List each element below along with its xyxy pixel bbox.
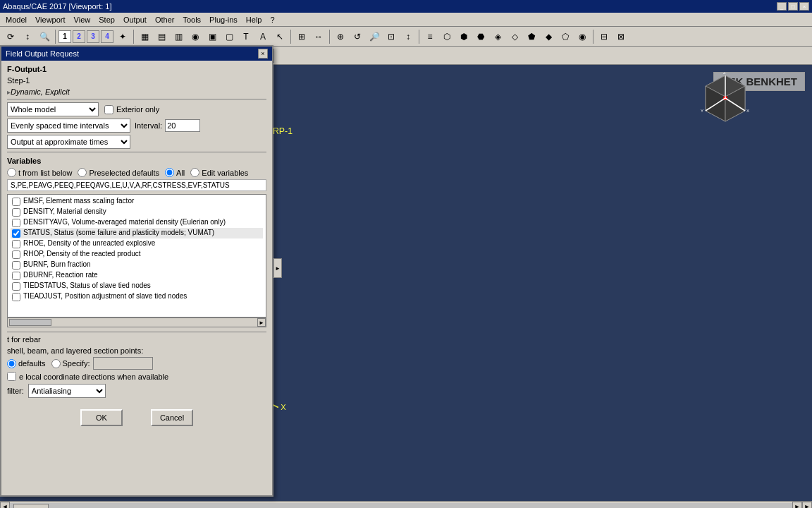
radio-defaults[interactable] [7, 359, 16, 368]
tool-b1[interactable]: ⊞ [294, 29, 309, 44]
maximize-button[interactable]: □ [788, 2, 798, 11]
tool-mesh3[interactable]: ▥ [171, 29, 186, 44]
section-points-row: shell, beam, and layered section points: [7, 346, 266, 355]
num-2[interactable]: 2 [73, 30, 85, 43]
var-item-status[interactable]: STATUS, Status (some failure and plastic… [11, 228, 263, 238]
list-scroll-thumb[interactable] [9, 319, 51, 326]
scrollbar-track[interactable] [10, 503, 792, 509]
menu-view[interactable]: View [70, 14, 95, 25]
menu-other[interactable]: Other [151, 14, 179, 25]
tool-c3[interactable]: ⬢ [456, 29, 472, 44]
tool-translate[interactable]: ↕ [20, 29, 35, 44]
tool-b7[interactable]: ↕ [400, 29, 416, 44]
check-tieadjust[interactable] [12, 293, 20, 301]
scroll-left-btn[interactable]: ◄ [0, 502, 10, 509]
tool-b6[interactable]: ⊡ [383, 29, 399, 44]
check-burnf[interactable] [12, 261, 20, 270]
check-dburnf[interactable] [12, 272, 20, 280]
timing-select[interactable]: Output at approximate times [7, 135, 130, 149]
tool-cursor[interactable]: ↖ [272, 29, 288, 44]
tool-extra[interactable]: ✦ [115, 29, 130, 44]
list-h-scroll[interactable]: ► [7, 318, 266, 327]
check-tiedstatus[interactable] [12, 282, 20, 291]
num-4[interactable]: 4 [101, 30, 113, 43]
var-item-rhop[interactable]: RHOP, Density of the reacted product [11, 249, 263, 260]
menu-help-icon[interactable]: ? [266, 14, 278, 25]
frequency-select[interactable]: Evenly spaced time intervals [7, 119, 130, 133]
tool-c10[interactable]: ◉ [574, 29, 590, 44]
check-emsf[interactable] [12, 198, 20, 206]
exterior-only-check[interactable] [104, 105, 113, 114]
nav-cube[interactable]: Z X Y [699, 72, 752, 125]
tool-c4[interactable]: ⬣ [473, 29, 488, 44]
close-button[interactable]: × [799, 2, 809, 11]
var-item-burnf[interactable]: BURNF, Burn fraction [11, 260, 263, 270]
var-item-densityavg[interactable]: DENSITYAVG, Volume-averaged material den… [11, 217, 263, 228]
radio-specify[interactable] [51, 359, 61, 368]
var-item-tiedstatus[interactable]: TIEDSTATUS, Status of slave tied nodes [11, 281, 263, 291]
tool-mesh5[interactable]: ▣ [204, 29, 220, 44]
sidebar-collapse-arrow[interactable]: ► [273, 258, 282, 278]
var-item-rhoe[interactable]: RHOE, Density of the unreacted explosive [11, 238, 263, 249]
tool-c1[interactable]: ≡ [422, 29, 438, 44]
scroll-arrow-special[interactable]: ► [802, 502, 812, 509]
filter-select[interactable]: Antialiasing [28, 384, 106, 398]
tool-mesh4[interactable]: ◉ [187, 29, 203, 44]
tool-rotate[interactable]: ⟳ [3, 29, 18, 44]
tool-b2[interactable]: ↔ [311, 29, 326, 44]
cancel-button[interactable]: Cancel [151, 409, 193, 426]
tool-c7[interactable]: ⬟ [524, 29, 539, 44]
tool-c6[interactable]: ◇ [507, 29, 522, 44]
tool-a1[interactable]: A [255, 29, 271, 44]
list-scroll-right[interactable]: ► [257, 318, 266, 327]
menu-step[interactable]: Step [94, 14, 119, 25]
tool-b5[interactable]: 🔎 [367, 29, 382, 44]
menu-plugins[interactable]: Plug-ins [205, 14, 242, 25]
menu-viewport[interactable]: Viewport [31, 14, 70, 25]
menu-tools[interactable]: Tools [178, 14, 205, 25]
tool-d2[interactable]: ⊠ [613, 29, 629, 44]
var-item-dburnf[interactable]: DBURNF, Reaction rate [11, 270, 263, 281]
tool-c8[interactable]: ◆ [541, 29, 556, 44]
minimize-button[interactable]: _ [777, 2, 787, 11]
local-coord-check[interactable] [7, 372, 16, 381]
check-status[interactable] [12, 229, 20, 238]
variable-list[interactable]: EMSF, Element mass scaling factor DENSIT… [8, 195, 266, 317]
tool-c2[interactable]: ⬡ [439, 29, 455, 44]
scroll-right-btn[interactable]: ► [792, 502, 802, 509]
menu-output[interactable]: Output [119, 14, 151, 25]
radio-preselected[interactable] [78, 168, 87, 177]
radio-list-below[interactable] [7, 168, 16, 177]
check-densityavg[interactable] [12, 219, 20, 227]
var-item-emsf[interactable]: EMSF, Element mass scaling factor [11, 196, 263, 207]
dialog-close-button[interactable]: × [258, 49, 268, 59]
tool-t1[interactable]: T [238, 29, 254, 44]
radio-all[interactable] [165, 168, 174, 177]
tool-b3[interactable]: ⊕ [333, 29, 348, 44]
tool-b4[interactable]: ↺ [350, 29, 365, 44]
ok-button[interactable]: OK [80, 409, 123, 426]
tool-c5[interactable]: ◈ [490, 29, 505, 44]
scrollbar-thumb[interactable] [13, 504, 49, 509]
step-name: Step-1 [7, 76, 30, 85]
app-title: Abaqus/CAE 2017 [Viewport: 1] [3, 2, 777, 11]
radio-edit[interactable] [190, 168, 199, 177]
tool-zoom[interactable]: 🔍 [37, 29, 52, 44]
num-3[interactable]: 3 [87, 30, 99, 43]
tool-mesh2[interactable]: ▤ [154, 29, 169, 44]
interval-input[interactable] [165, 119, 200, 132]
domain-select[interactable]: Whole model [7, 102, 99, 116]
check-density[interactable] [12, 208, 20, 217]
check-rhoe[interactable] [12, 240, 20, 248]
tool-mesh6[interactable]: ▢ [221, 29, 237, 44]
tool-d1[interactable]: ⊟ [596, 29, 612, 44]
var-item-tieadjust[interactable]: TIEADJUST, Position adjustment of slave … [11, 291, 263, 302]
menu-help[interactable]: Help [242, 14, 266, 25]
menu-model[interactable]: Model [1, 14, 31, 25]
specify-input[interactable] [93, 357, 153, 370]
tool-mesh[interactable]: ▦ [137, 29, 152, 44]
var-item-density[interactable]: DENSITY, Material density [11, 207, 263, 217]
tool-c9[interactable]: ⬠ [558, 29, 573, 44]
num-1[interactable]: 1 [59, 30, 71, 43]
check-rhop[interactable] [12, 250, 20, 259]
